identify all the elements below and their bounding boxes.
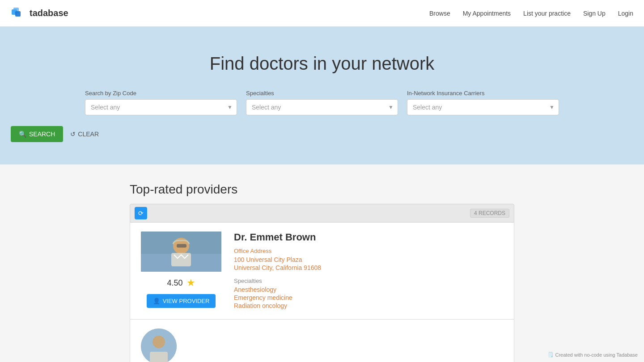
records-badge: 4 RECORDS (470, 209, 509, 218)
nav-signup[interactable]: Sign Up (583, 10, 606, 17)
footer-badge: 🗒️ Created with no-code using Tadabase (547, 352, 638, 358)
insurance-select-wrapper: Select any ▼ (407, 99, 559, 115)
partial-doctor-svg (141, 328, 177, 362)
logo[interactable]: tadabase (11, 6, 68, 21)
provider-avatar-partial (141, 328, 177, 362)
search-button[interactable]: 🔍 SEARCH (11, 126, 63, 142)
svg-rect-7 (177, 244, 186, 248)
search-icon: 🔍 (19, 130, 26, 138)
view-provider-label: VIEW PROVIDER (163, 298, 210, 304)
main-content: Top-rated providers ⟳ 4 RECORDS (0, 164, 644, 362)
view-provider-button[interactable]: 👤 VIEW PROVIDER (147, 294, 216, 308)
specialties-section: Specialties Anesthesiology Emergency med… (234, 278, 503, 309)
nav-my-appointments[interactable]: My Appointments (463, 10, 511, 17)
zip-field: Search by Zip Code Select any ▼ (85, 90, 237, 115)
hero-title: Find doctors in your network (11, 54, 633, 74)
rating-value: 4.50 (167, 278, 182, 288)
zip-select-wrapper: Select any ▼ (85, 99, 237, 115)
provider-name: Dr. Emmet Brown (234, 232, 503, 243)
specialty-radiation: Radiation oncology (234, 302, 503, 309)
specialties-field: Specialties Select any ▼ (246, 90, 398, 115)
search-actions: 🔍 SEARCH ↺ CLEAR (11, 126, 633, 142)
zip-label: Search by Zip Code (85, 90, 237, 97)
provider-info: Dr. Emmet Brown Office Address 100 Unive… (234, 232, 503, 310)
specialty-anesthesiology: Anesthesiology (234, 286, 503, 293)
doctor-image-svg (141, 232, 221, 272)
person-icon: 👤 (153, 298, 160, 304)
insurance-select[interactable]: Select any (407, 99, 559, 115)
specialties-select[interactable]: Select any (246, 99, 398, 115)
footer-badge-text: Created with no-code using Tadabase (555, 352, 638, 358)
nav-login[interactable]: Login (618, 10, 633, 17)
table-toolbar: ⟳ 4 RECORDS (130, 204, 514, 223)
clear-button[interactable]: ↺ CLEAR (68, 126, 102, 142)
svg-rect-2 (15, 11, 21, 17)
rating-row: 4.50 ★ (167, 277, 195, 289)
search-bar: Search by Zip Code Select any ▼ Specialt… (76, 90, 568, 115)
specialty-emergency: Emergency medicine (234, 294, 503, 301)
search-button-label: SEARCH (29, 130, 55, 138)
specialties-label: Specialties (246, 90, 398, 97)
content-area: Top-rated providers ⟳ 4 RECORDS (121, 182, 523, 362)
provider-photo-col: 4.50 ★ 👤 VIEW PROVIDER (141, 232, 221, 308)
svg-rect-10 (150, 352, 168, 362)
provider-cards-container: 4.50 ★ 👤 VIEW PROVIDER Dr. Emmet Brown O… (130, 223, 514, 362)
provider-card-partial (130, 320, 514, 362)
office-address-label: Office Address (234, 248, 503, 254)
refresh-button[interactable]: ⟳ (135, 207, 147, 219)
footer-badge-icon: 🗒️ (547, 352, 554, 358)
logo-text: tadabase (30, 8, 68, 18)
clear-button-label: CLEAR (78, 130, 99, 138)
provider-photo (141, 232, 221, 272)
logo-icon (11, 6, 26, 21)
insurance-label: In-Network Insurance Carriers (407, 90, 559, 97)
clear-icon: ↺ (70, 130, 76, 138)
hero-section: Find doctors in your network Search by Z… (0, 27, 644, 164)
svg-point-9 (153, 336, 165, 348)
specialties-select-wrapper: Select any ▼ (246, 99, 398, 115)
star-icon: ★ (186, 277, 195, 289)
refresh-icon: ⟳ (138, 210, 144, 217)
address-line1: 100 Universal City Plaza (234, 256, 503, 263)
section-title: Top-rated providers (130, 182, 514, 197)
nav-browse[interactable]: Browse (429, 10, 450, 17)
header: tadabase Browse My Appointments List you… (0, 0, 644, 27)
insurance-field: In-Network Insurance Carriers Select any… (407, 90, 559, 115)
zip-select[interactable]: Select any (85, 99, 237, 115)
specialties-section-label: Specialties (234, 278, 503, 284)
nav: Browse My Appointments List your practic… (429, 10, 633, 17)
nav-list-practice[interactable]: List your practice (523, 10, 571, 17)
address-line2: Universal City, California 91608 (234, 264, 503, 271)
provider-card: 4.50 ★ 👤 VIEW PROVIDER Dr. Emmet Brown O… (130, 223, 514, 320)
